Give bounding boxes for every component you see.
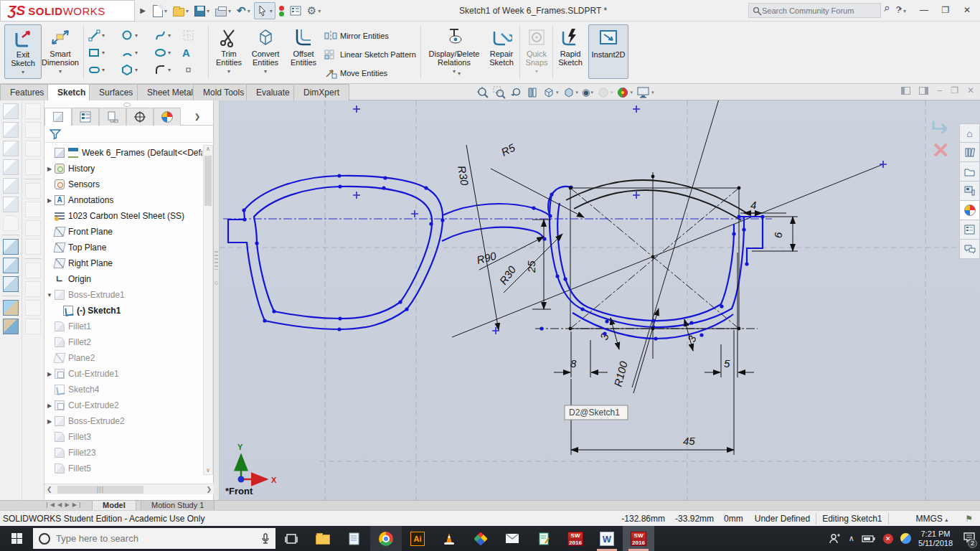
cube-tool-icon[interactable]: [3, 103, 19, 119]
solidworks-2016-button[interactable]: SW2016: [560, 526, 591, 551]
graphics-viewport[interactable]: R5 R30 R90 R30 R100 25 8 5 45 4 6 3 3: [220, 100, 980, 500]
mail-button[interactable]: [496, 526, 528, 551]
weather-icon[interactable]: [900, 533, 911, 544]
tree-item-right-plane[interactable]: Right Plane: [68, 258, 113, 268]
sketch-grid-tool[interactable]: [181, 27, 205, 43]
panel-grip[interactable]: [123, 103, 131, 107]
apply-scene-button[interactable]: ▾: [616, 86, 633, 99]
edit-appearance-button[interactable]: ▾: [597, 86, 613, 99]
rectangle-tool[interactable]: ▾: [87, 44, 111, 60]
taskpane-home-button[interactable]: ⌂: [959, 123, 980, 143]
close-button[interactable]: ✕: [957, 0, 977, 21]
scroll-left-icon[interactable]: ❮: [47, 486, 52, 493]
open-button[interactable]: ▾: [171, 2, 191, 19]
splitter-grip[interactable]: [215, 251, 218, 270]
dome-tool-icon[interactable]: [3, 215, 19, 231]
split-pane-right-icon[interactable]: [919, 87, 928, 95]
help-button[interactable]: ? ▾: [891, 0, 911, 21]
taskbar-search-input[interactable]: [56, 533, 228, 544]
dimension-labels[interactable]: R5 R30 R90 R30 R100 25 8 5 45 4 6 3 3: [456, 141, 784, 447]
community-search-box[interactable]: [748, 3, 881, 18]
tray-expand-icon[interactable]: ∧: [849, 534, 854, 543]
offset-entities-button[interactable]: Offset Entities: [286, 24, 321, 79]
fm-tabs-overflow[interactable]: ❯: [181, 108, 214, 125]
rebuild-button[interactable]: [277, 2, 286, 19]
word-button[interactable]: W: [591, 526, 623, 551]
people-icon[interactable]: [829, 533, 842, 545]
align-left-tool-icon[interactable]: [25, 263, 41, 278]
rapid-sketch-button[interactable]: Rapid Sketch: [555, 24, 586, 79]
scroll-right-icon[interactable]: ❯: [206, 486, 212, 493]
tree-item-origin[interactable]: Origin: [68, 274, 91, 284]
tab-evaluate[interactable]: Evaluate: [246, 84, 300, 100]
safely-remove-icon[interactable]: ✕: [883, 534, 893, 544]
battery-icon[interactable]: [862, 534, 876, 543]
tab-motion-study[interactable]: Motion Study 1: [141, 501, 215, 511]
select-group-tool-icon[interactable]: [25, 202, 41, 217]
chrome-button[interactable]: [370, 526, 402, 551]
splitter-dot[interactable]: [215, 281, 218, 285]
align-tool-icon[interactable]: [25, 159, 41, 175]
sketch-picture-tool-icon[interactable]: [3, 276, 19, 292]
exit-sketch-button[interactable]: Exit Sketch▾: [4, 24, 42, 79]
pane-close-icon[interactable]: ✕: [967, 85, 974, 95]
tab-scroll-arrows[interactable]: ❘◀ ◀ ▶ ▶❘: [44, 501, 83, 508]
expand-arrow-icon[interactable]: ▶: [44, 166, 55, 172]
zoom-fit-button[interactable]: [476, 86, 489, 99]
align-bottom-tool-icon[interactable]: [25, 319, 41, 334]
trim-entities-button[interactable]: Trim Entities▾: [212, 24, 245, 79]
tree-item-front-plane[interactable]: Front Plane: [68, 227, 113, 237]
align-top-tool-icon[interactable]: [25, 300, 41, 316]
view-orientation-button[interactable]: ▾: [542, 86, 559, 99]
select-button[interactable]: ▾: [254, 2, 275, 19]
tab-dimxpertmanager[interactable]: [126, 108, 154, 126]
search-magnifier-icon[interactable]: ⌕: [884, 1, 890, 14]
expand-arrow-icon[interactable]: ▶: [44, 418, 55, 425]
quick-snaps-button[interactable]: Quick Snaps▾: [522, 24, 552, 79]
pane-restore-icon[interactable]: ❐: [951, 85, 958, 95]
notepad-app-button[interactable]: [339, 526, 370, 551]
minimize-button[interactable]: —: [914, 0, 934, 21]
tree-item-fillet23[interactable]: Fillet23: [68, 448, 96, 458]
display-delete-relations-button[interactable]: Display/Delete Relations▾: [425, 24, 484, 79]
sketch-fillet-tool[interactable]: ▾: [153, 62, 177, 77]
tree-filter-row[interactable]: [44, 126, 214, 143]
taskpane-forum-button[interactable]: [959, 240, 980, 259]
previous-view-button[interactable]: [509, 86, 522, 99]
tab-features[interactable]: Features: [0, 84, 54, 100]
tab-configurationmanager[interactable]: [99, 108, 126, 126]
cube-tool-icon[interactable]: [3, 141, 19, 156]
expand-arrow-icon[interactable]: ▶: [44, 371, 55, 377]
file-properties-button[interactable]: [288, 2, 303, 19]
slot-tool[interactable]: ▾: [87, 62, 111, 77]
tab-mold-tools[interactable]: Mold Tools: [193, 84, 254, 100]
expand-arrow-icon[interactable]: ▶: [44, 402, 55, 409]
taskpane-file-explorer-button[interactable]: [959, 162, 980, 182]
boss-extrude-tool-icon[interactable]: [3, 300, 19, 316]
taskpane-appearances-button[interactable]: [959, 201, 980, 220]
pane-minimize-icon[interactable]: –: [937, 85, 942, 95]
tree-item-cut-extrude2[interactable]: Cut-Extrude2: [68, 400, 119, 410]
start-button[interactable]: [0, 526, 33, 551]
section-view-button[interactable]: [526, 86, 539, 99]
align-right-tool-icon[interactable]: [25, 281, 41, 297]
sketch-tool-icon[interactable]: [3, 239, 19, 255]
taskpane-view-palette-button[interactable]: [959, 182, 980, 201]
arc-tool[interactable]: ▾: [120, 44, 144, 60]
taskpane-design-library-button[interactable]: [959, 143, 980, 162]
tree-hscrollbar[interactable]: ❮|||❯: [44, 484, 214, 494]
ellipse-tool[interactable]: ▾: [153, 44, 177, 60]
view-settings-button[interactable]: ▾: [636, 86, 654, 99]
tree-item-sketch4[interactable]: Sketch4: [68, 385, 99, 395]
community-search-input[interactable]: [762, 6, 862, 15]
expand-arrow-icon[interactable]: ▶: [44, 197, 55, 204]
tree-item-material[interactable]: 1023 Carbon Steel Sheet (SS): [68, 211, 184, 221]
tree-item-fillet2[interactable]: Fillet2: [68, 337, 91, 347]
point-tool[interactable]: [181, 62, 205, 77]
tab-surfaces[interactable]: Surfaces: [89, 84, 143, 100]
tree-item-sensors[interactable]: Sensors: [68, 179, 100, 189]
line-tool[interactable]: ▾: [87, 27, 111, 43]
project-doc-button[interactable]: [528, 526, 560, 551]
mirror-tool-icon[interactable]: [25, 141, 41, 156]
new-button[interactable]: ▾: [151, 2, 169, 19]
